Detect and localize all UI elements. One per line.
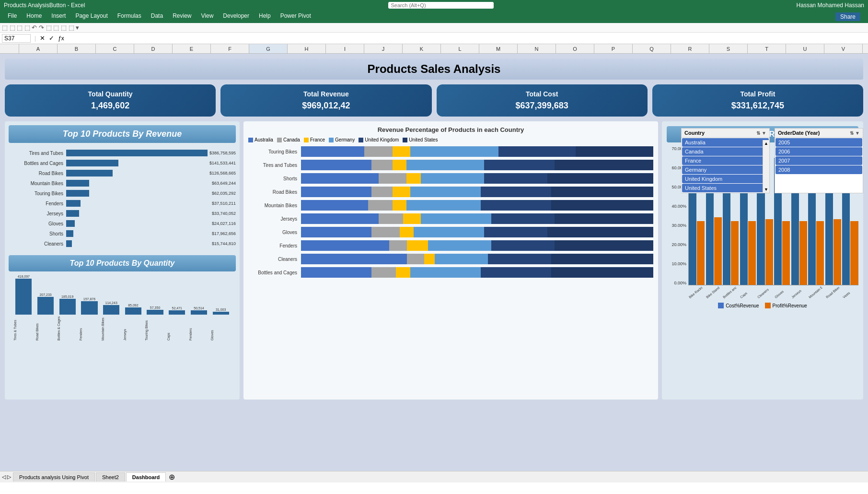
menu-bar: File Home Insert Page Layout Formulas Da… (0, 11, 868, 23)
filter-item-2006[interactable]: 2006 (775, 147, 862, 156)
col-v[interactable]: V (824, 44, 863, 53)
country-filter[interactable]: Country ⇅ ▼ Australia Canada France Germ… (681, 128, 770, 193)
revenue-bar-row: Cleaners $15,744,810 (9, 239, 236, 248)
col-j[interactable]: J (364, 44, 403, 53)
col-m[interactable]: M (479, 44, 518, 53)
formula-cancel-icon[interactable]: ✕ (40, 35, 45, 42)
revenue-bar-chart: Tires and Tubes $386,758,595 Bottles and… (9, 147, 236, 251)
formula-input[interactable] (66, 35, 866, 42)
col-d[interactable]: D (134, 44, 173, 53)
menu-developer[interactable]: Developer (219, 12, 253, 22)
filter-item-canada[interactable]: Canada (682, 147, 769, 156)
qty-v-bar-col: 50,514 (189, 306, 209, 315)
legend-row: Australia Canada France Germany United K… (248, 137, 653, 142)
kpi-total-quantity-value: 1,469,602 (12, 101, 208, 111)
kpi-total-revenue-title: Total Revenue (228, 90, 424, 98)
col-g[interactable]: G (249, 44, 288, 53)
menu-formulas[interactable]: Formulas (114, 12, 145, 22)
legend-label-australia: Australia (255, 137, 273, 142)
revenue-bar-row: Fenders $37,510,211 (9, 199, 236, 208)
menu-power-pivot[interactable]: Power Pivot (277, 12, 315, 22)
filter-item-france[interactable]: France (682, 156, 769, 165)
col-i[interactable]: I (326, 44, 364, 53)
tab-dashboard[interactable]: Dashboard (126, 472, 166, 482)
legend-us: United States (403, 137, 438, 142)
tab-pivot[interactable]: Products analysis Using Pivot (13, 472, 95, 482)
col-k[interactable]: K (403, 44, 441, 53)
formula-confirm-icon[interactable]: ✓ (49, 35, 54, 42)
formula-function-icon[interactable]: ƒx (58, 35, 64, 42)
country-filter-items: Australia Canada France Germany United K… (682, 138, 769, 193)
col-c[interactable]: C (96, 44, 134, 53)
title-bar-center (85, 2, 796, 9)
add-sheet-button[interactable]: ⊕ (169, 472, 175, 482)
revenue-bar-row: Touring Bikes $62,035,292 (9, 189, 236, 198)
revenue-bar-row: Road Bikes $126,568,665 (9, 169, 236, 177)
col-u[interactable]: U (786, 44, 824, 53)
legend-dot-us (403, 138, 407, 142)
year-filter-icon[interactable]: ▼ (855, 130, 860, 136)
legend-france: France (304, 137, 325, 142)
col-f[interactable]: F (211, 44, 249, 53)
filter-item-uk[interactable]: United Kingdom (682, 175, 769, 183)
search-input[interactable] (388, 2, 494, 9)
menu-data[interactable]: Data (147, 12, 167, 22)
title-bar-right: Hassan Mohamed Hassan (797, 2, 864, 9)
col-e[interactable]: E (173, 44, 211, 53)
qty-chart-wrapper: 418,097 207,233 185,019 157,876 114,243 … (9, 276, 236, 341)
col-t[interactable]: T (748, 44, 786, 53)
menu-home[interactable]: Home (23, 12, 46, 22)
qty-v-bar-col: 157,876 (79, 297, 100, 315)
year-filter[interactable]: OrderDate (Year) ⇅ ▼ 2005 2006 2007 2008 (775, 128, 863, 193)
filter-item-2007[interactable]: 2007 (775, 156, 862, 165)
col-o[interactable]: O (556, 44, 594, 53)
year-sort-icon[interactable]: ⇅ (850, 130, 854, 136)
col-b[interactable]: B (58, 44, 96, 53)
filter-item-us[interactable]: United States (682, 184, 769, 192)
menu-insert[interactable]: Insert (47, 12, 69, 22)
stacked-h-row: Mountain Bikes (248, 200, 653, 211)
menu-file[interactable]: File (4, 12, 21, 22)
sort-icon[interactable]: ⇅ (756, 130, 760, 136)
row-num-header (0, 44, 19, 53)
filter-item-germany[interactable]: Germany (682, 165, 769, 174)
stacked-h-chart: Touring Bikes Tires and Tubes Shorts Roa… (248, 146, 653, 278)
filter-icons: ⇅ ▼ (756, 130, 766, 136)
col-h[interactable]: H (288, 44, 326, 53)
qty-x-label: Gloves (210, 317, 231, 341)
col-l[interactable]: L (441, 44, 479, 53)
qty-v-bar-col: 114,243 (101, 301, 122, 315)
col-a[interactable]: A (19, 44, 58, 53)
menu-review[interactable]: Review (169, 12, 195, 22)
col-r[interactable]: R (671, 44, 709, 53)
menu-page-layout[interactable]: Page Layout (71, 12, 111, 22)
title-bar: Products AnalysisButton - Excel Hassan M… (0, 0, 868, 11)
x-label-item: Gloves (774, 286, 788, 299)
kpi-total-quantity: Total Quantity 1,469,602 (5, 84, 216, 117)
x-labels: Bike RacksBike StandsBottles and CagesCa… (688, 295, 858, 300)
sheet-nav-left[interactable]: ◁ ▷ (2, 474, 11, 480)
legend-label-france: France (310, 137, 325, 142)
filter-item-2008[interactable]: 2008 (775, 165, 862, 174)
tab-sheet2[interactable]: Sheet2 (96, 472, 125, 482)
country-filter-header: Country ⇅ ▼ (682, 129, 769, 138)
legend-label-germany: Germany (335, 137, 355, 142)
col-n[interactable]: N (518, 44, 556, 53)
col-p[interactable]: P (594, 44, 633, 53)
cell-reference[interactable] (2, 34, 31, 43)
kpi-total-quantity-title: Total Quantity (12, 90, 208, 98)
country-scrollbar[interactable]: ▲ ▼ (763, 140, 769, 193)
filter-item-2005[interactable]: 2005 (775, 138, 862, 147)
menu-view[interactable]: View (197, 12, 218, 22)
col-q[interactable]: Q (633, 44, 671, 53)
formula-bar-separator: | (35, 35, 36, 42)
share-button[interactable]: Share (835, 12, 860, 21)
filter-item-australia[interactable]: Australia (682, 138, 769, 147)
qty-x-label: Fenders (189, 317, 209, 341)
menu-help[interactable]: Help (255, 12, 275, 22)
qty-x-label: Jerseys (123, 317, 144, 341)
kpi-row: Total Quantity 1,469,602 Total Revenue $… (5, 84, 863, 117)
filter-icon[interactable]: ▼ (762, 130, 766, 136)
col-s[interactable]: S (709, 44, 748, 53)
x-label-item: Bike Stands (706, 286, 720, 299)
